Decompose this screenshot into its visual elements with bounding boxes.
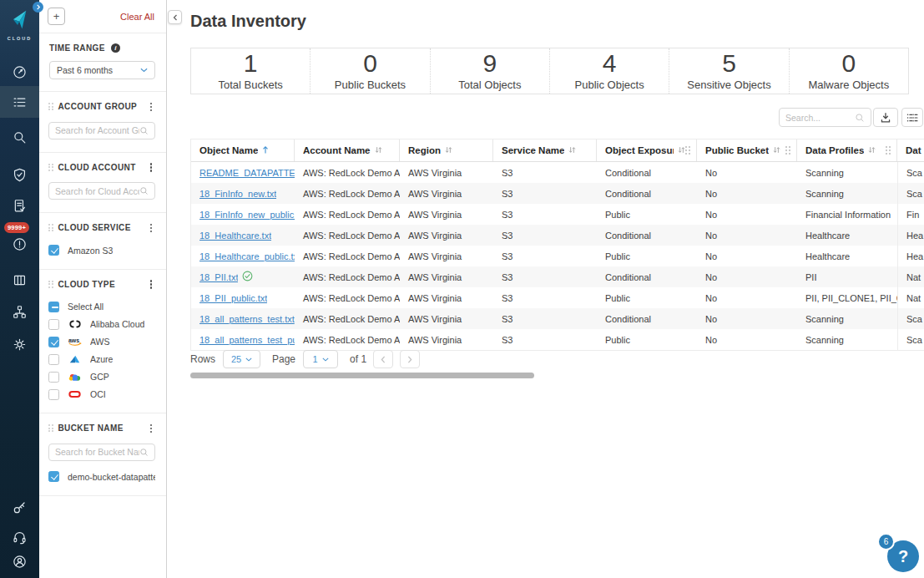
section-menu-icon[interactable] bbox=[147, 278, 155, 292]
checkbox-checked[interactable] bbox=[48, 337, 59, 347]
object-name-link[interactable]: 18_FinInfo_new.txt bbox=[199, 189, 276, 199]
account-group-search[interactable] bbox=[48, 122, 155, 139]
filter-option-select-all[interactable]: Select All bbox=[48, 301, 155, 312]
nav-alerts[interactable] bbox=[0, 229, 39, 259]
sort-icon[interactable] bbox=[441, 145, 452, 156]
previous-page-button[interactable] bbox=[373, 350, 393, 368]
nav-policies[interactable] bbox=[0, 190, 39, 221]
column-header-data-profiles[interactable]: Data Profiles bbox=[797, 139, 897, 161]
cloud-account-search[interactable] bbox=[48, 182, 155, 200]
filter-option-amazon-s3[interactable]: Amazon S3 bbox=[48, 245, 155, 256]
table-row[interactable]: 18_FinInfo_new.txtAWS: RedLock Demo Acc.… bbox=[191, 183, 924, 204]
nav-profile[interactable] bbox=[0, 546, 39, 576]
table-row[interactable]: 18_Healthcare.txtAWS: RedLock Demo Acc..… bbox=[191, 225, 924, 246]
help-notification-badge: 6 bbox=[877, 533, 895, 550]
sort-icon[interactable] bbox=[564, 145, 576, 156]
page-select[interactable]: 1 bbox=[303, 350, 338, 368]
column-settings-button[interactable] bbox=[901, 108, 923, 127]
filter-option-alibaba-cloud[interactable]: Alibaba Cloud bbox=[48, 318, 155, 330]
section-drag-handle-icon[interactable] bbox=[48, 103, 53, 110]
table-row[interactable]: 18_all_patterns_test.txtAWS: RedLock Dem… bbox=[191, 308, 924, 329]
column-header-region[interactable]: Region bbox=[400, 139, 493, 161]
sort-icon[interactable] bbox=[371, 145, 382, 156]
nav-dashboard[interactable] bbox=[0, 57, 39, 87]
table-row[interactable]: 18_all_patterns_test_publ...AWS: RedLock… bbox=[191, 329, 924, 350]
sort-ascending-icon[interactable] bbox=[258, 145, 269, 156]
checkbox-unchecked[interactable] bbox=[48, 372, 59, 383]
checkbox-unchecked[interactable] bbox=[48, 319, 59, 330]
pagination: Rows 25 Page 1 of 1 bbox=[190, 350, 420, 368]
object-name-link[interactable]: 18_FinInfo_new_public.txt bbox=[199, 210, 295, 220]
checkbox-checked[interactable] bbox=[48, 471, 59, 482]
nav-inventory-list[interactable] bbox=[0, 86, 39, 118]
filter-option-gcp[interactable]: GCP bbox=[48, 371, 155, 383]
section-drag-handle-icon[interactable] bbox=[48, 224, 53, 231]
prisma-cloud-logo[interactable]: CLOUD bbox=[0, 9, 39, 41]
checkbox-unchecked[interactable] bbox=[48, 389, 59, 400]
filter-option-azure[interactable]: Azure bbox=[48, 353, 155, 365]
table-row[interactable]: 18_FinInfo_new_public.txtAWS: RedLock De… bbox=[191, 204, 924, 225]
object-name-link[interactable]: 18_Healthcare_public.txt bbox=[199, 251, 295, 261]
bucket-name-search[interactable] bbox=[48, 444, 155, 461]
time-range-select[interactable]: Past 6 months bbox=[49, 61, 155, 79]
table-search[interactable] bbox=[779, 108, 871, 127]
collapse-filter-panel-button[interactable] bbox=[168, 10, 182, 24]
section-drag-handle-icon[interactable] bbox=[48, 424, 53, 432]
filter-option-demo-bucket-datapattern-f[interactable]: demo-bucket-datapattern-f... bbox=[48, 471, 155, 483]
table-row[interactable]: README_DATAPATTER...AWS: RedLock Demo Ac… bbox=[191, 162, 924, 183]
column-header-service-name[interactable]: Service Name bbox=[493, 139, 597, 161]
column-drag-handle-icon[interactable] bbox=[685, 146, 690, 155]
column-header-object-exposure[interactable]: Object Exposure bbox=[597, 139, 697, 161]
section-menu-icon[interactable] bbox=[147, 221, 155, 235]
nav-assets[interactable] bbox=[0, 265, 39, 295]
section-menu-icon[interactable] bbox=[147, 161, 155, 175]
object-name-link[interactable]: README_DATAPATTER... bbox=[199, 168, 295, 178]
info-icon[interactable]: i bbox=[111, 43, 120, 53]
column-header-dat[interactable]: Dat bbox=[897, 139, 924, 161]
table-row[interactable]: 18_PII_public.txtAWS: RedLock Demo Acc..… bbox=[191, 287, 924, 308]
checkbox-checked[interactable] bbox=[48, 245, 59, 256]
section-menu-icon[interactable] bbox=[147, 100, 155, 114]
section-drag-handle-icon[interactable] bbox=[48, 164, 53, 171]
object-name-link[interactable]: 18_PII_public.txt bbox=[199, 293, 267, 303]
sort-icon[interactable] bbox=[864, 145, 876, 156]
column-drag-handle-icon[interactable] bbox=[886, 146, 891, 155]
cell-data_patterns: Nat bbox=[897, 287, 924, 308]
cloud-account-search-input[interactable] bbox=[55, 186, 139, 196]
bucket-name-search-input[interactable] bbox=[55, 447, 139, 457]
object-name-link[interactable]: 18_all_patterns_test_publ... bbox=[199, 335, 295, 345]
column-header-public-bucket[interactable]: Public Bucket bbox=[697, 139, 797, 161]
column-drag-handle-icon[interactable] bbox=[785, 146, 790, 155]
section-menu-icon[interactable] bbox=[147, 422, 155, 435]
column-header-object-name[interactable]: Object Name bbox=[191, 139, 295, 161]
nav-settings[interactable] bbox=[0, 329, 39, 359]
table-search-input[interactable] bbox=[785, 113, 855, 123]
filter-option-aws[interactable]: awsAWS bbox=[48, 336, 155, 347]
download-button[interactable] bbox=[873, 108, 898, 127]
object-name-link[interactable]: 18_PII.txt bbox=[199, 272, 238, 282]
nav-compliance[interactable] bbox=[0, 160, 39, 190]
object-name-link[interactable]: 18_all_patterns_test.txt bbox=[199, 314, 295, 324]
nav-network[interactable] bbox=[0, 297, 39, 327]
rows-per-page-select[interactable]: 25 bbox=[223, 350, 260, 368]
checkbox-unchecked[interactable] bbox=[48, 354, 59, 365]
nav-access-keys[interactable] bbox=[0, 492, 39, 522]
clear-all-filters[interactable]: Clear All bbox=[120, 12, 154, 22]
filter-option-oci[interactable]: OCI bbox=[48, 388, 155, 400]
cell-object_name: 18_Healthcare.txt bbox=[191, 225, 295, 246]
sort-icon[interactable] bbox=[674, 145, 685, 156]
table-row[interactable]: 18_Healthcare_public.txtAWS: RedLock Dem… bbox=[191, 246, 924, 266]
cell-account_name: AWS: RedLock Demo Acc... bbox=[295, 225, 400, 246]
section-drag-handle-icon[interactable] bbox=[48, 281, 53, 288]
object-name-link[interactable]: 18_Healthcare.txt bbox=[199, 231, 271, 241]
checkbox-indeterminate[interactable] bbox=[48, 302, 59, 312]
collapse-sidebar-toggle[interactable] bbox=[33, 2, 43, 13]
next-page-button[interactable] bbox=[400, 350, 420, 368]
add-filter-button[interactable]: + bbox=[48, 8, 65, 25]
column-header-account-name[interactable]: Account Name bbox=[295, 139, 400, 161]
sort-icon[interactable] bbox=[769, 145, 780, 156]
nav-search[interactable] bbox=[0, 122, 39, 152]
table-row[interactable]: 18_PII.txtAWS: RedLock Demo Acc...AWS Vi… bbox=[191, 266, 924, 287]
horizontal-scrollbar[interactable] bbox=[190, 373, 534, 378]
account-group-search-input[interactable] bbox=[55, 125, 139, 135]
